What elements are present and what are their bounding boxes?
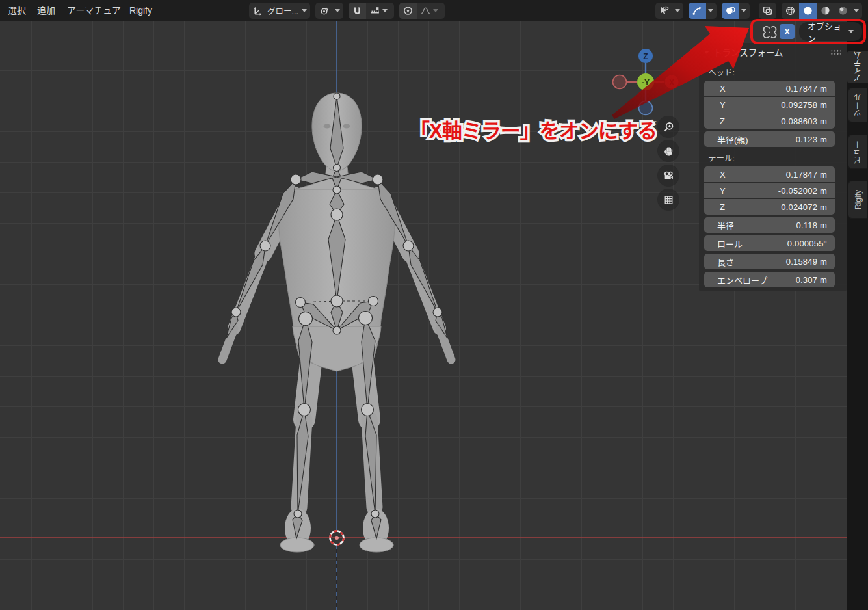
tail-y-field[interactable]: Y -0.052002 m [704, 183, 835, 198]
xray-toggle[interactable] [759, 3, 776, 19]
chevron-down-icon [335, 9, 340, 12]
pivot-point-icon [315, 3, 333, 19]
envelope-field[interactable]: エンベロープ 0.307 m [704, 272, 835, 287]
wireframe-sphere-icon [785, 5, 796, 16]
highlight-box [750, 19, 866, 44]
head-radius-field[interactable]: 半径(親) 0.123 m [704, 131, 835, 147]
grid-icon [663, 194, 674, 206]
chevron-down-icon [433, 9, 438, 12]
gizmo-arrow-icon [692, 5, 703, 16]
gizmo-neg-x-ball[interactable] [613, 75, 627, 89]
panel-title: トランスフォーム [713, 46, 830, 59]
snapping-group [349, 3, 394, 19]
overlays-icon [725, 5, 736, 16]
tab-rigify[interactable]: Rigify [848, 181, 867, 219]
radius-field[interactable]: 半径 0.118 m [704, 217, 835, 233]
material-sphere-icon [820, 5, 831, 16]
collapse-chevron-icon[interactable] [704, 51, 709, 54]
magnifier-plus-icon [663, 122, 674, 133]
menu-armature[interactable]: アーマチュア [60, 0, 127, 21]
hand-icon [663, 146, 674, 157]
proportional-edit-toggle[interactable] [399, 3, 417, 19]
pan-button[interactable] [657, 140, 679, 162]
chevron-down-icon [854, 9, 859, 12]
snap-target-dropdown[interactable] [366, 3, 394, 19]
n-panel: トランスフォーム ヘッド: X 0.17847 m Y 0.092758 m Z… [699, 43, 847, 291]
head-x-field[interactable]: X 0.17847 m [704, 81, 835, 96]
tail-section-label: テール: [699, 147, 847, 166]
tail-x-field[interactable]: X 0.17847 m [704, 166, 835, 182]
show-overlays-toggle[interactable] [722, 3, 739, 19]
camera-icon [663, 170, 674, 181]
xray-icon [759, 3, 776, 19]
gizmo-neg-z-ball[interactable] [639, 101, 653, 115]
visibility-eye-icon [655, 3, 673, 19]
pivot-point-dropdown[interactable] [315, 3, 343, 19]
show-overlays-group [722, 3, 750, 19]
shading-material-button[interactable] [817, 3, 834, 19]
menu-rigify[interactable]: Rigify [123, 0, 159, 21]
head-section-label: ヘッド: [699, 61, 847, 81]
viewport-header: 選択 追加 アーマチュア Rigify グロー... [0, 0, 868, 21]
rendered-sphere-icon [837, 5, 848, 16]
length-field[interactable]: 長さ 0.15849 m [704, 254, 835, 269]
panel-drag-handle-icon[interactable] [830, 49, 841, 55]
object-visibility-dropdown[interactable] [655, 3, 683, 19]
magnet-icon [352, 5, 363, 16]
solid-sphere-icon [802, 5, 813, 16]
sidebar-tab-strip: アイテム ツール ビュー Rigify [847, 21, 868, 610]
show-gizmos-group [689, 3, 717, 19]
annotation-text: 「X軸ミラー」をオンにする [410, 114, 657, 144]
orientation-label: グロー... [267, 5, 300, 17]
chevron-down-icon [708, 9, 713, 12]
chevron-down-icon [382, 9, 388, 12]
show-gizmos-toggle[interactable] [689, 3, 706, 19]
roll-field[interactable]: ロール 0.000055° [704, 235, 835, 251]
chevron-down-icon [741, 9, 746, 12]
proportional-edit-group [399, 3, 445, 19]
camera-view-button[interactable] [657, 165, 679, 187]
tab-item[interactable]: アイテム [847, 51, 868, 83]
shading-rendered-button[interactable] [834, 3, 852, 19]
shading-wireframe-button[interactable] [782, 3, 799, 19]
orientation-axes-icon [249, 3, 267, 19]
gizmo-x-label: X [669, 78, 674, 87]
shading-solid-button[interactable] [799, 3, 817, 19]
falloff-curve-icon [420, 5, 431, 16]
orientation-gizmo[interactable]: Z X -Y [608, 44, 686, 122]
shading-mode-group [782, 3, 862, 19]
gizmo-y-label: -Y [642, 78, 650, 87]
perspective-toggle-button[interactable] [657, 189, 679, 211]
transform-panel-header[interactable]: トランスフォーム [699, 43, 847, 61]
snap-magnet-toggle[interactable] [349, 3, 366, 19]
chevron-down-icon [302, 9, 307, 12]
tab-tool[interactable]: ツール [848, 88, 867, 122]
tail-z-field[interactable]: Z 0.024072 m [704, 199, 835, 215]
chevron-down-icon [675, 9, 680, 12]
proportional-edit-icon [402, 5, 414, 16]
head-z-field[interactable]: Z 0.088603 m [704, 113, 835, 129]
transform-orientation-dropdown[interactable]: グロー... [249, 3, 310, 19]
falloff-dropdown[interactable] [417, 3, 445, 19]
snap-increment-icon [369, 5, 380, 16]
tab-view[interactable]: ビュー [848, 135, 867, 169]
head-y-field[interactable]: Y 0.092758 m [704, 97, 835, 113]
menu-add[interactable]: 追加 [31, 0, 62, 21]
gizmo-z-label: Z [643, 52, 648, 61]
menu-select[interactable]: 選択 [1, 0, 33, 21]
zoom-button[interactable] [657, 116, 679, 138]
